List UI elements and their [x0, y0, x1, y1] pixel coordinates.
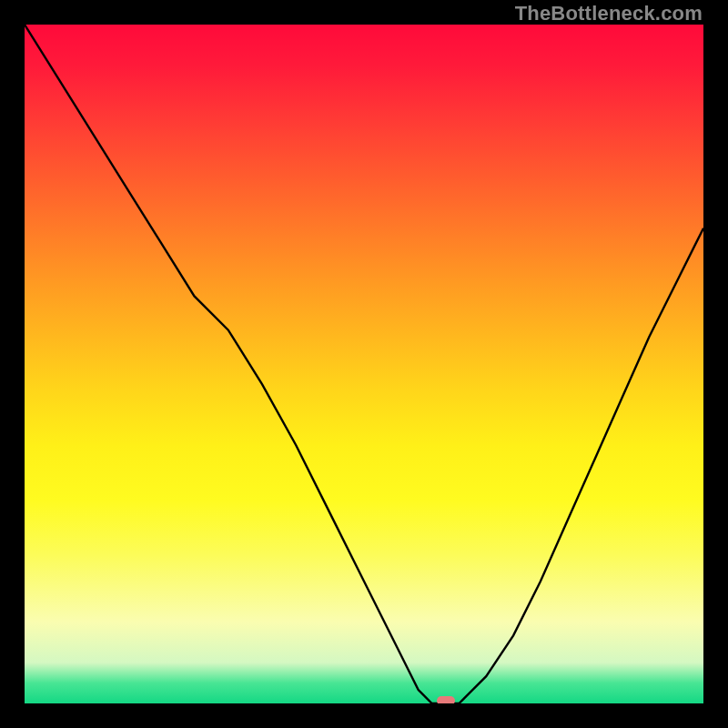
- curve-layer: [25, 25, 703, 703]
- attribution-text: TheBottleneck.com: [515, 2, 703, 25]
- optimal-point-marker: [437, 696, 455, 703]
- chart-frame: TheBottleneck.com: [0, 0, 728, 728]
- plot-area: [25, 25, 703, 703]
- bottleneck-curve: [25, 25, 703, 703]
